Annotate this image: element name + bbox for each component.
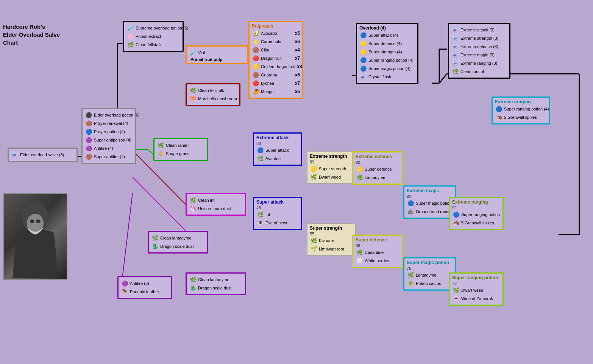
irit-att-icon: 🌿 bbox=[256, 211, 264, 218]
carambola-mult: x6 bbox=[295, 39, 300, 44]
clean-lantadyme2-label: Clean lantadyme bbox=[198, 277, 229, 282]
clean-lantadyme1-icon: 🌿 bbox=[151, 234, 159, 242]
morchella-label: Morchella mushroom bbox=[198, 96, 237, 101]
ext-att3-label: Extreme attack (3) bbox=[460, 28, 495, 32]
avantoe-icon: 🌿 bbox=[256, 155, 264, 162]
primal-fruit-label: Primal fruit pulp bbox=[190, 57, 245, 62]
super-att-ovl-label: Super attack (4) bbox=[368, 33, 398, 37]
wine-zamorak-icon: 🍷 bbox=[452, 295, 460, 302]
super-antifire-label: Super antifire (4) bbox=[94, 154, 125, 159]
ext-att-super-icon: 🔵 bbox=[256, 146, 264, 154]
ext-rang3-label: Extreme ranging (3) bbox=[460, 61, 497, 65]
clean-fellstalk-sup-label: Clean fellstalk bbox=[136, 42, 161, 47]
super-mag-ovl-label: Super magic potion (4) bbox=[368, 66, 410, 71]
lychee-mult: x7 bbox=[295, 81, 300, 86]
super-strength-title: Super strength bbox=[310, 226, 353, 231]
avatar bbox=[3, 193, 67, 280]
ext-str3-icon: ⚗️ bbox=[451, 34, 459, 42]
pulp-title: Pulp each bbox=[252, 23, 300, 29]
extreme-defence-level: 90 bbox=[356, 160, 400, 165]
clean-fellstalk-icon: 🌿 bbox=[189, 87, 197, 94]
extreme-strength-level: 89 bbox=[310, 160, 353, 164]
lantadyme-def-label: Lantadyme bbox=[365, 175, 385, 180]
prayer-potion-label: Prayer potion (4) bbox=[94, 129, 125, 134]
extreme-attack-title: Extreme attack bbox=[256, 135, 299, 140]
lantadyme-def-icon: 🌿 bbox=[356, 174, 363, 181]
white-berries-icon: ⚪ bbox=[356, 257, 363, 264]
extreme-ranging-box: Extreme ranging 92 🔵Super ranging potion… bbox=[449, 197, 504, 230]
super-rang-top-icon: 🔵 bbox=[495, 105, 502, 113]
super-defence-title: Super defence bbox=[356, 237, 400, 243]
mango-label: Mango bbox=[261, 89, 274, 94]
antifire3-label: Antifire (3) bbox=[130, 281, 149, 286]
super-attack-title: Super attack bbox=[256, 199, 299, 205]
potato-cactus-icon: 🌵 bbox=[407, 280, 414, 287]
overload-box: Overload (4) 🔵Super attack (4) 🟡Super de… bbox=[356, 23, 418, 84]
antifire-icon: 🟣 bbox=[85, 145, 92, 152]
ground-mud-label: Ground mud runes bbox=[416, 209, 451, 214]
super-rang-ovl-label: Super ranging potion (4) bbox=[368, 58, 414, 62]
clean-ranarr-label: Clean ranarr bbox=[166, 143, 189, 148]
clean-lantadyme1-label: Clean lantadyme bbox=[160, 236, 192, 240]
dragon-scale1-label: Dragon scale dust bbox=[160, 244, 194, 249]
extreme-attack-level: 88 bbox=[256, 141, 299, 146]
super-magic-ext-label: Super magic potion bbox=[416, 201, 452, 205]
super-att-ovl-icon: 🔵 bbox=[359, 31, 367, 39]
guarana-label: Guarana bbox=[261, 73, 277, 77]
primal-extract-label: Primal extract bbox=[136, 34, 161, 39]
super-magic-level: 76 bbox=[407, 266, 453, 271]
super-def-ovl-label: Super defence (4) bbox=[368, 41, 402, 46]
super-strength-box: Super strength 55 🌿Kwuarm 🌱Limpwurt root bbox=[307, 223, 356, 256]
dragonfruit-mult: x7 bbox=[295, 56, 300, 61]
extreme-defence-box: Extreme defence 90 🟡Super defence 🌿Lanta… bbox=[352, 151, 403, 185]
phoenix-feather-label: Phoenix feather bbox=[130, 289, 159, 294]
limpwurt-icon: 🌱 bbox=[310, 245, 317, 253]
ext-str-super-label: Super strength bbox=[319, 166, 346, 171]
grenwall-top-label: 5 Grenwall spikes bbox=[504, 115, 537, 120]
super-antifire-icon: 🟤 bbox=[85, 153, 92, 160]
pulp-each-box: Pulp each 🥑Avocadox5 ⭐Carambolax6 🟤Cikux… bbox=[248, 21, 303, 99]
ext-str-super-icon: 🟡 bbox=[310, 165, 317, 173]
clean-irit-icon: 🌿 bbox=[189, 196, 197, 204]
main-product-label: Elder overload salve (6) bbox=[20, 152, 64, 157]
antifire-phoenix-box: 🟣 Antifire (3) 🪶 Phoenix feather bbox=[117, 276, 172, 299]
ext-att-super-label: Super attack bbox=[265, 148, 289, 152]
extreme-ranging-level: 92 bbox=[452, 205, 500, 210]
golden-drag-mult: x8 bbox=[297, 64, 302, 69]
grenwall-icon: 🦔 bbox=[452, 219, 460, 227]
eye-newt-icon: 👁️ bbox=[256, 219, 264, 227]
super-ranging-title: Super ranging potion bbox=[452, 275, 500, 280]
ext-def-super-icon: 🟡 bbox=[356, 165, 363, 173]
super-ranging-ext-label: Super ranging potion bbox=[461, 212, 500, 217]
clean-lantadyme2-icon: 🌿 bbox=[189, 276, 197, 283]
dwarf-weed-rang-label: Dwarf weed bbox=[461, 288, 483, 292]
super-defence-box: Super defence 66 🌿Cadantine ⚪White berri… bbox=[352, 235, 403, 268]
elder-overload-label: Elder overload potion (6) bbox=[94, 113, 139, 117]
super-ranging-box: Super ranging potion 72 🌿Dwarf weed 🍷Win… bbox=[449, 272, 504, 306]
clean-ranarr-icon: 🌿 bbox=[157, 142, 164, 149]
super-mag-ovl-icon: 🔵 bbox=[359, 65, 367, 72]
main-product-box: ⚗️ Elder overload salve (6) bbox=[8, 148, 78, 162]
eye-newt-label: Eye of newt bbox=[265, 221, 287, 225]
avantoe-label: Avantoe bbox=[265, 156, 281, 161]
ext-def-super-label: Super defence bbox=[365, 167, 392, 171]
extreme-magic-level: 91 bbox=[407, 194, 453, 199]
ground-mud-icon: 🪨 bbox=[407, 208, 414, 215]
svg-line-9 bbox=[121, 193, 133, 288]
super-attack-box: Super attack 45 🌿Irit 👁️Eye of newt bbox=[253, 197, 302, 230]
golden-drag-icon: 🟡 bbox=[252, 63, 259, 70]
kwuarm-label: Kwuarm bbox=[319, 238, 334, 243]
carambola-label: Carambola bbox=[261, 39, 281, 44]
prayer-renewal-label: Prayer renewal (4) bbox=[94, 121, 128, 126]
grenwall-top-icon: 🦔 bbox=[495, 114, 502, 121]
golden-drag-label: Golden dragonfruit bbox=[261, 64, 295, 69]
super-magic-ext-icon: 🔵 bbox=[407, 199, 414, 207]
cadantine-label: Cadantine bbox=[365, 250, 384, 255]
elder-overload-potion-box: ⚫ Elder overload potion (6) 🟤 Prayer ren… bbox=[81, 108, 136, 164]
extreme-magic-box: Extreme magic 91 🔵Super magic potion 🪨Gr… bbox=[403, 185, 456, 219]
super-antipoison-icon: 🟣 bbox=[85, 136, 92, 144]
snape-grass-label: Snape grass bbox=[166, 151, 189, 156]
ext-str3-label: Extreme strength (3) bbox=[460, 36, 498, 40]
elder-salve-icon: ⚗️ bbox=[11, 151, 19, 159]
ciku-mult: x4 bbox=[295, 47, 300, 53]
